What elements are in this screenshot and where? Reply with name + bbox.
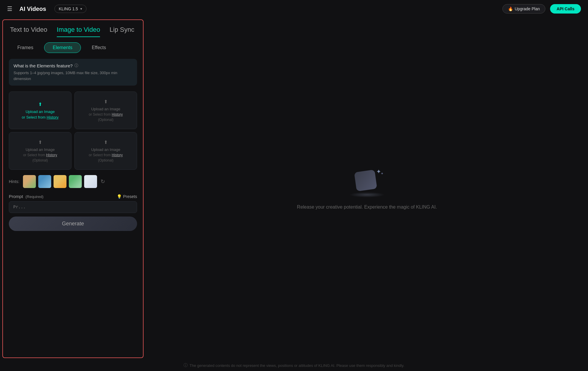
upgrade-plan-button[interactable]: 🔥 Upgrade Plan: [502, 4, 546, 14]
prompt-section: Prompt (Required) 💡 Presets: [3, 192, 143, 201]
hint-thumbnail-5[interactable]: [84, 175, 97, 188]
api-calls-label: API Calls: [557, 6, 574, 11]
header: ☰ AI Videos KLING 1.5 ▾ 🔥 Upgrade Plan A…: [0, 0, 588, 18]
help-icon: ⓘ: [74, 63, 78, 68]
upload-select-2: or Select from History: [89, 112, 123, 117]
upload-text-2: Upload an Image: [91, 107, 120, 111]
empty-card: [354, 169, 377, 191]
version-selector[interactable]: KLING 1.5 ▾: [54, 5, 86, 13]
presets-icon: 💡: [117, 194, 122, 199]
empty-illustration: ✦ ✦: [349, 168, 385, 197]
upload-cell-4[interactable]: ⬆ Upload an Image or Select from History…: [74, 132, 137, 170]
history-link-3[interactable]: History: [46, 153, 57, 157]
info-title: What is the Elements feature? ⓘ: [14, 63, 132, 68]
upload-icon-1: ⬆: [38, 102, 42, 107]
empty-state-text: Release your creative potential. Experie…: [297, 204, 437, 210]
sub-tabs: Frames Elements Effects: [3, 37, 143, 56]
tab-text-to-video[interactable]: Text to Video: [10, 26, 47, 37]
upload-optional-2: (Optional): [98, 118, 114, 122]
footer: ⓘ The generated contents do not represen…: [0, 360, 588, 371]
upload-select-1: or Select from History: [22, 115, 59, 119]
info-icon: ⓘ: [184, 363, 188, 368]
upload-icon-2: ⬆: [104, 99, 108, 104]
sub-tab-elements[interactable]: Elements: [44, 42, 81, 53]
upload-icon-4: ⬆: [104, 139, 108, 145]
prompt-required: (Required): [26, 194, 44, 199]
upload-text-1: Upload an Image: [26, 109, 55, 114]
main-content: Text to Video Image to Video Lip Sync Fr…: [0, 18, 588, 360]
hint-thumbnail-3[interactable]: [54, 175, 66, 188]
sparkle-small-icon: ✦: [381, 172, 384, 176]
upload-cell-2[interactable]: ⬆ Upload an Image or Select from History…: [74, 91, 137, 129]
right-panel: ✦ ✦ Release your creative potential. Exp…: [146, 18, 588, 360]
left-panel: Text to Video Image to Video Lip Sync Fr…: [2, 19, 144, 358]
upload-cell-1[interactable]: ⬆ Upload an Image or Select from History: [9, 91, 71, 129]
presets-label: Presets: [123, 194, 137, 199]
elements-info-box: What is the Elements feature? ⓘ Supports…: [9, 59, 137, 86]
footer-text: The generated contents do not represent …: [189, 363, 404, 368]
generate-button[interactable]: Generate: [9, 217, 137, 231]
history-link-4[interactable]: History: [112, 153, 123, 157]
tab-lip-sync[interactable]: Lip Sync: [109, 26, 134, 37]
menu-icon[interactable]: ☰: [7, 5, 12, 12]
upload-text-3: Upload an Image: [26, 147, 55, 152]
upload-optional-3: (Optional): [32, 158, 48, 162]
upload-optional-4: (Optional): [98, 158, 114, 162]
hints-row: Hints: ↻: [3, 173, 143, 192]
api-calls-button[interactable]: API Calls: [550, 4, 581, 14]
prompt-input[interactable]: [9, 201, 137, 213]
hint-thumbnail-4[interactable]: [69, 175, 82, 188]
fire-icon: 🔥: [508, 6, 513, 11]
tab-image-to-video[interactable]: Image to Video: [57, 26, 100, 37]
upload-select-4: or Select from History: [89, 153, 123, 157]
info-description: Supports 1–4 jpg/png images, 10MB max fi…: [14, 70, 132, 81]
main-tabs: Text to Video Image to Video Lip Sync: [3, 20, 143, 37]
sub-tab-frames[interactable]: Frames: [9, 42, 42, 53]
hints-label: Hints:: [9, 179, 19, 184]
hint-thumbnail-1[interactable]: [23, 175, 36, 188]
upload-select-3: or Select from History: [23, 153, 57, 157]
upload-grid: ⬆ Upload an Image or Select from History…: [9, 91, 137, 170]
upload-icon-3: ⬆: [38, 139, 42, 145]
history-link-1[interactable]: History: [47, 115, 59, 119]
upload-text-4: Upload an Image: [91, 147, 120, 152]
chevron-down-icon: ▾: [80, 7, 82, 11]
refresh-icon[interactable]: ↻: [101, 178, 105, 185]
hint-thumbnail-2[interactable]: [38, 175, 51, 188]
prompt-label: Prompt (Required): [9, 194, 44, 199]
presets-button[interactable]: 💡 Presets: [117, 194, 137, 199]
upgrade-plan-label: Upgrade Plan: [515, 6, 540, 11]
history-link-2[interactable]: History: [112, 112, 123, 117]
version-label: KLING 1.5: [59, 6, 78, 11]
empty-shadow: [349, 192, 385, 197]
sub-tab-effects[interactable]: Effects: [83, 42, 115, 53]
app-title: AI Videos: [19, 6, 46, 12]
upload-cell-3[interactable]: ⬆ Upload an Image or Select from History…: [9, 132, 71, 170]
